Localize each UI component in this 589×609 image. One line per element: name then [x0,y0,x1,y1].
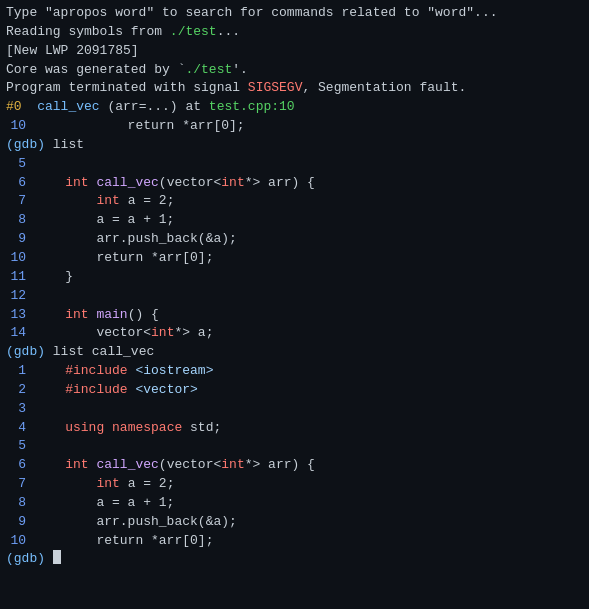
line-8-a-plus: 8 a = a + 1; [6,211,583,230]
line-frame0: #0 call_vec (arr=...) at test.cpp:10 [6,98,583,117]
line-2-vector: 2 #include <vector> [6,381,583,400]
line-gdb-list-callvec-cmd: (gdb) list call_vec [6,343,583,362]
line-lwp: [New LWP 2091785] [6,42,583,61]
line-14-vector: 14 vector<int*> a; [6,324,583,343]
line-3-blank: 3 [6,400,583,419]
terminal-window: Type "apropos word" to search for comman… [0,0,589,609]
line-7-int-a2: 7 int a = 2; [6,475,583,494]
line-6-callvec: 6 int call_vec(vector<int*> arr) { [6,174,583,193]
line-9-push-back: 9 arr.push_back(&a); [6,230,583,249]
line-10-return-arr: 10 return *arr[0]; [6,249,583,268]
line-11-close-brace: 11 } [6,268,583,287]
line-10-return: 10 return *arr[0]; [6,117,583,136]
line-gdb-list-cmd: (gdb) list [6,136,583,155]
line-core-generated: Core was generated by `./test'. [6,61,583,80]
line-12-blank: 12 [6,287,583,306]
line-10-return-arr2: 10 return *arr[0]; [6,532,583,551]
line-9-push-back2: 9 arr.push_back(&a); [6,513,583,532]
line-gdb-prompt-final[interactable]: (gdb) [6,550,583,569]
line-reading-symbols: Reading symbols from ./test... [6,23,583,42]
terminal-cursor [53,550,61,564]
line-sigsegv: Program terminated with signal SIGSEGV, … [6,79,583,98]
line-7-int-a: 7 int a = 2; [6,192,583,211]
line-5-blank2: 5 [6,437,583,456]
line-13-main: 13 int main() { [6,306,583,325]
line-5-blank: 5 [6,155,583,174]
line-8-a-plus2: 8 a = a + 1; [6,494,583,513]
line-4-using: 4 using namespace std; [6,419,583,438]
line-1-iostream: 1 #include <iostream> [6,362,583,381]
line-apropos: Type "apropos word" to search for comman… [6,4,583,23]
line-6-callvec2: 6 int call_vec(vector<int*> arr) { [6,456,583,475]
